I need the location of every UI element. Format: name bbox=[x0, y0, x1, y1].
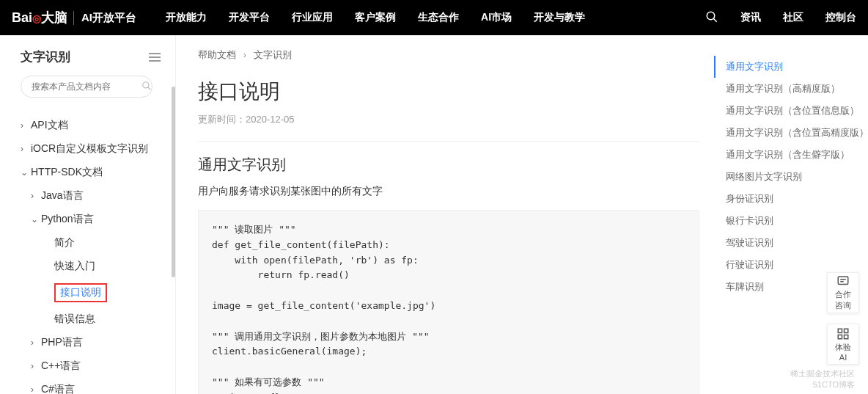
search-icon[interactable] bbox=[141, 81, 152, 93]
anchor-item[interactable]: 车牌识别 bbox=[714, 276, 846, 298]
tree-item[interactable]: 接口说明 bbox=[21, 278, 168, 307]
tree-item[interactable]: 错误信息 bbox=[21, 307, 168, 331]
nav-item[interactable]: 开发与教学 bbox=[534, 11, 585, 24]
nav-tree: ›API文档›iOCR自定义模板文字识别⌄HTTP-SDK文档›Java语言⌄P… bbox=[21, 114, 168, 394]
section-title: 通用文字识别 bbox=[198, 155, 699, 175]
tool-label: 体验 AI bbox=[835, 342, 851, 362]
nav-item[interactable]: 资讯 bbox=[740, 11, 761, 24]
tree-item[interactable]: ⌄Python语言 bbox=[21, 208, 168, 231]
tree-item-label: Python语言 bbox=[41, 213, 94, 225]
tree-item-label: iOCR自定义模板文字识别 bbox=[31, 142, 148, 154]
chevron-right-icon: › bbox=[31, 338, 38, 348]
chevron-right-icon: › bbox=[31, 191, 38, 201]
search-icon[interactable] bbox=[705, 10, 718, 26]
anchor-item[interactable]: 通用文字识别（含位置高精度版） bbox=[714, 122, 846, 144]
nav-item[interactable]: 开发平台 bbox=[229, 11, 270, 24]
anchor-item[interactable]: 通用文字识别（含位置信息版） bbox=[714, 100, 846, 122]
breadcrumb: 帮助文档 › 文字识别 bbox=[198, 48, 699, 62]
brand-logo: Bai◎大脑 bbox=[12, 9, 67, 26]
sidebar: 文字识别 ›API文档›iOCR自定义模板文字识别⌄HTTP-SDK文档›Jav… bbox=[0, 35, 176, 394]
tree-item-label: C#语言 bbox=[41, 383, 75, 394]
floating-tools: 合作 咨询 体验 AI bbox=[827, 272, 859, 365]
section-desc: 用户向服务请求识别某张图中的所有文字 bbox=[198, 185, 699, 198]
scrollbar-track bbox=[172, 35, 175, 394]
tree-item[interactable]: ›API文档 bbox=[21, 114, 168, 137]
svg-rect-9 bbox=[838, 335, 842, 338]
tree-item-label: 简介 bbox=[54, 236, 75, 248]
tree-item[interactable]: ›Java语言 bbox=[21, 184, 168, 208]
chevron-right-icon: › bbox=[21, 120, 28, 131]
tree-item[interactable]: ⌄HTTP-SDK文档 bbox=[21, 161, 168, 184]
watermark: 稀土掘金技术社区 51CTO博客 bbox=[790, 368, 855, 390]
svg-rect-8 bbox=[845, 329, 848, 332]
breadcrumb-item[interactable]: 文字识别 bbox=[254, 49, 292, 60]
svg-rect-4 bbox=[838, 277, 848, 285]
svg-rect-7 bbox=[838, 329, 842, 332]
anchor-item[interactable]: 通用文字识别（高精度版） bbox=[714, 78, 846, 100]
chevron-right-icon: › bbox=[243, 49, 246, 60]
tree-item-label: C++语言 bbox=[41, 360, 81, 371]
tree-item[interactable]: 快速入门 bbox=[21, 255, 168, 278]
menu-toggle-icon[interactable] bbox=[149, 53, 161, 62]
code-block[interactable]: """ 读取图片 """ def get_file_content(filePa… bbox=[198, 210, 699, 394]
tree-item-label: 快速入门 bbox=[54, 260, 95, 271]
page-title: 接口说明 bbox=[198, 78, 699, 106]
nav-item[interactable]: 生态合作 bbox=[418, 11, 459, 24]
chevron-down-icon: ⌄ bbox=[21, 167, 28, 178]
tree-item-label: PHP语言 bbox=[41, 336, 83, 348]
svg-point-2 bbox=[143, 82, 149, 88]
anchor-item[interactable]: 通用文字识别（含生僻字版） bbox=[714, 144, 846, 166]
experience-button[interactable]: 体验 AI bbox=[827, 324, 859, 365]
tree-item-label: 接口说明 bbox=[54, 283, 107, 302]
nav-item[interactable]: 行业应用 bbox=[292, 11, 333, 24]
top-nav: Bai◎大脑 AI开放平台 开放能力 开发平台 行业应用 客户案例 生态合作 A… bbox=[0, 0, 868, 35]
chevron-right-icon: › bbox=[31, 361, 38, 371]
secondary-nav: 资讯 社区 控制台 bbox=[705, 10, 856, 26]
nav-item[interactable]: 社区 bbox=[783, 11, 803, 24]
nav-item[interactable]: AI市场 bbox=[481, 11, 512, 24]
consult-button[interactable]: 合作 咨询 bbox=[827, 272, 859, 313]
anchor-item[interactable]: 驾驶证识别 bbox=[714, 232, 846, 254]
svg-point-0 bbox=[707, 12, 715, 20]
search-input[interactable] bbox=[21, 76, 152, 98]
anchor-item[interactable]: 行驶证识别 bbox=[714, 254, 846, 276]
updated-meta: 更新时间：2020-12-05 bbox=[198, 113, 699, 126]
nav-item[interactable]: 控制台 bbox=[825, 11, 856, 24]
tree-item[interactable]: ›C#语言 bbox=[21, 378, 168, 394]
divider bbox=[198, 141, 699, 142]
nav-item[interactable]: 客户案例 bbox=[355, 11, 396, 24]
breadcrumb-item[interactable]: 帮助文档 bbox=[198, 49, 236, 60]
nav-item[interactable]: 开放能力 bbox=[166, 11, 207, 24]
chevron-right-icon: › bbox=[31, 384, 38, 394]
sidebar-search bbox=[21, 76, 168, 98]
anchor-item[interactable]: 网络图片文字识别 bbox=[714, 166, 846, 188]
anchor-item[interactable]: 通用文字识别 bbox=[714, 56, 846, 78]
svg-rect-10 bbox=[845, 335, 848, 338]
brand-sub: AI开放平台 bbox=[73, 11, 136, 25]
tree-item[interactable]: ›C++语言 bbox=[21, 354, 168, 378]
tool-label: 合作 咨询 bbox=[835, 289, 851, 311]
svg-line-1 bbox=[713, 18, 717, 22]
tree-item-label: 错误信息 bbox=[54, 313, 95, 324]
tree-item-label: API文档 bbox=[31, 119, 68, 131]
tree-item[interactable]: ›PHP语言 bbox=[21, 331, 168, 354]
scrollbar-thumb[interactable] bbox=[172, 87, 175, 277]
main-content: 帮助文档 › 文字识别 接口说明 更新时间：2020-12-05 通用文字识别 … bbox=[176, 35, 868, 394]
tree-item[interactable]: ›iOCR自定义模板文字识别 bbox=[21, 137, 168, 161]
svg-line-3 bbox=[148, 87, 151, 90]
anchor-nav: 通用文字识别通用文字识别（高精度版）通用文字识别（含位置信息版）通用文字识别（含… bbox=[699, 48, 846, 394]
sidebar-title: 文字识别 bbox=[21, 48, 70, 65]
anchor-item[interactable]: 银行卡识别 bbox=[714, 210, 846, 232]
chevron-right-icon: › bbox=[21, 144, 28, 154]
tree-item[interactable]: 简介 bbox=[21, 231, 168, 255]
primary-nav: 开放能力 开发平台 行业应用 客户案例 生态合作 AI市场 开发与教学 bbox=[166, 11, 585, 24]
tree-item-label: HTTP-SDK文档 bbox=[31, 166, 103, 178]
anchor-item[interactable]: 身份证识别 bbox=[714, 188, 846, 210]
brand[interactable]: Bai◎大脑 AI开放平台 bbox=[12, 9, 136, 26]
chevron-down-icon: ⌄ bbox=[31, 214, 38, 225]
tree-item-label: Java语言 bbox=[41, 189, 84, 201]
